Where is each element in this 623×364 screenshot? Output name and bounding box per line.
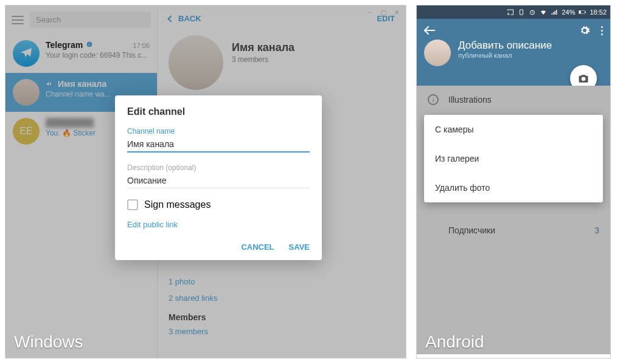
chevron-left-icon — [167, 15, 174, 22]
svg-rect-0 — [520, 10, 523, 15]
channel-name-input[interactable] — [127, 137, 310, 153]
minimize-icon[interactable]: − — [366, 8, 374, 16]
signal-icon — [551, 9, 558, 16]
chat-preview: Your login code: 66949 This c... — [46, 51, 150, 60]
edit-public-link[interactable]: Edit public link — [127, 220, 310, 229]
alarm-icon — [529, 9, 536, 16]
cast-icon — [507, 9, 514, 16]
channel-photo[interactable] — [169, 35, 223, 90]
menu-item-delete[interactable]: Удалить фото — [424, 173, 603, 202]
chat-name: Telegram — [46, 40, 83, 50]
description-input[interactable] — [127, 173, 310, 188]
battery-icon — [579, 9, 586, 16]
back-label: BACK — [178, 14, 201, 23]
header-title: Добавить описание — [458, 39, 552, 52]
shared-links-count[interactable]: 2 shared links — [169, 290, 395, 306]
gear-icon[interactable] — [579, 25, 590, 36]
window-controls: − ▢ ✕ — [361, 5, 406, 19]
svg-rect-3 — [585, 12, 586, 13]
sign-messages-row[interactable]: Sign messages — [127, 199, 310, 210]
photo-count[interactable]: 1 photo — [169, 273, 395, 290]
maximize-icon[interactable]: ▢ — [379, 8, 388, 16]
illustrations-label: Illustrations — [448, 95, 492, 105]
search-input[interactable]: Search — [30, 12, 151, 28]
subscribers-label: Подписчики — [448, 225, 495, 235]
header-subtitle: публичный канал — [458, 52, 552, 59]
os-label-android: Android — [425, 332, 484, 352]
cancel-button[interactable]: CANCEL — [241, 242, 274, 252]
vibrate-icon — [518, 9, 525, 16]
subscribers-row[interactable]: Подписчики 3 — [417, 217, 610, 244]
members-count[interactable]: 3 members — [169, 323, 395, 340]
sign-messages-label: Sign messages — [144, 199, 211, 210]
os-label-windows: Windows — [14, 332, 83, 352]
chat-item-telegram[interactable]: Telegram 17:06 Your login code: 66949 Th… — [5, 34, 157, 73]
save-button[interactable]: SAVE — [289, 242, 310, 252]
windows-panel: − ▢ ✕ Search Telegram — [5, 5, 406, 359]
wifi-icon — [540, 9, 547, 16]
channel-avatar[interactable] — [424, 39, 451, 66]
channel-name-label: Channel name — [127, 127, 310, 136]
illustrations-row[interactable]: i Illustrations — [417, 86, 610, 114]
clock-time: 18:52 — [590, 9, 607, 16]
chat-name: Имя канала — [58, 79, 106, 89]
members-heading: Members — [169, 306, 395, 323]
back-button[interactable]: BACK — [169, 14, 201, 23]
menu-icon[interactable] — [12, 16, 24, 24]
modal-title: Edit channel — [127, 106, 310, 117]
svg-rect-4 — [579, 11, 581, 13]
subscribers-count: 3 — [594, 225, 599, 235]
channel-members: 3 members — [232, 55, 294, 64]
status-bar: 24% 18:52 — [417, 5, 610, 19]
checkbox-icon[interactable] — [127, 199, 138, 210]
description-label: Description (optional) — [127, 163, 310, 172]
megaphone-icon — [46, 80, 53, 88]
photo-source-menu: С камеры Из галереи Удалить фото — [424, 115, 603, 202]
telegram-avatar — [13, 40, 40, 67]
back-icon[interactable] — [424, 30, 435, 31]
verified-icon — [85, 41, 94, 49]
chat-time: 17:06 — [133, 42, 150, 49]
channel-title: Имя канала — [232, 41, 294, 54]
android-panel: 24% 18:52 Добавить описание публичный ка… — [416, 5, 611, 359]
more-icon[interactable] — [601, 26, 603, 35]
app-bar: Добавить описание публичный канал — [417, 19, 610, 86]
close-icon[interactable]: ✕ — [392, 8, 401, 16]
edit-channel-modal: Edit channel Channel name Description (o… — [115, 95, 322, 260]
camera-icon — [577, 72, 590, 84]
menu-item-camera[interactable]: С камеры — [424, 115, 603, 144]
battery-percent: 24% — [562, 9, 575, 16]
channel-avatar — [13, 79, 40, 106]
info-icon: i — [428, 94, 439, 105]
ee-avatar: EE — [13, 118, 40, 145]
menu-item-gallery[interactable]: Из галереи — [424, 144, 603, 173]
